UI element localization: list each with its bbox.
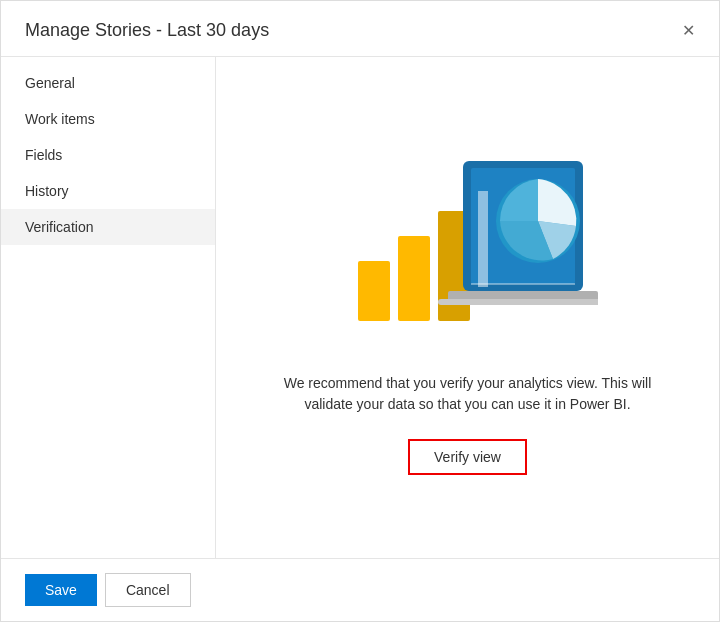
svg-rect-6 <box>478 191 488 287</box>
svg-rect-0 <box>358 261 390 321</box>
sidebar-item-verification[interactable]: Verification <box>1 209 215 245</box>
sidebar-item-history[interactable]: History <box>1 173 215 209</box>
svg-rect-9 <box>438 299 598 305</box>
sidebar: General Work items Fields History Verifi… <box>1 57 216 558</box>
cancel-button[interactable]: Cancel <box>105 573 191 607</box>
sidebar-item-fields[interactable]: Fields <box>1 137 215 173</box>
dialog-footer: Save Cancel <box>1 558 719 621</box>
svg-rect-1 <box>398 236 430 321</box>
verify-view-button[interactable]: Verify view <box>408 439 527 475</box>
sidebar-item-work-items[interactable]: Work items <box>1 101 215 137</box>
close-icon: ✕ <box>682 21 695 40</box>
manage-stories-dialog: Manage Stories - Last 30 days ✕ General … <box>0 0 720 622</box>
main-content: We recommend that you verify your analyt… <box>216 57 719 558</box>
verify-description: We recommend that you verify your analyt… <box>278 373 658 415</box>
close-button[interactable]: ✕ <box>678 17 699 44</box>
sidebar-item-general[interactable]: General <box>1 65 215 101</box>
dialog-body: General Work items Fields History Verifi… <box>1 57 719 558</box>
analytics-illustration <box>338 141 598 341</box>
save-button[interactable]: Save <box>25 574 97 606</box>
dialog-title: Manage Stories - Last 30 days <box>25 20 269 41</box>
dialog-header: Manage Stories - Last 30 days ✕ <box>1 1 719 57</box>
